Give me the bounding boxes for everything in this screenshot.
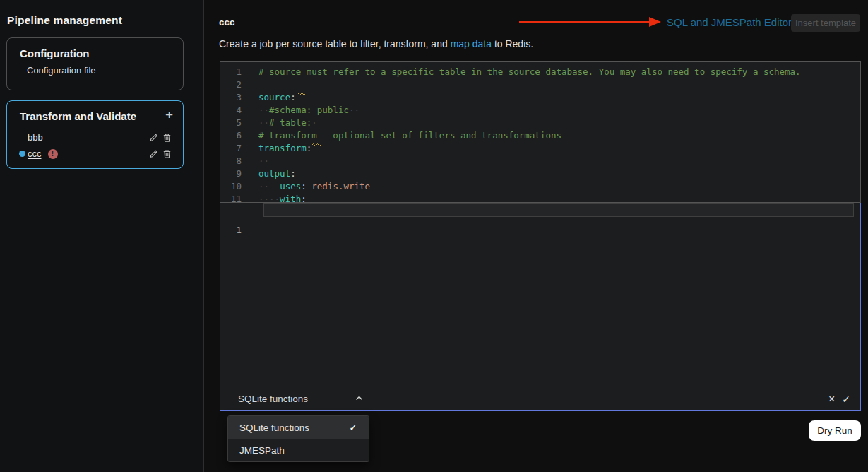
code-token: source (258, 91, 290, 104)
line-number: 11 (220, 193, 242, 203)
jobs-list: bbbccc! (7, 129, 183, 162)
configuration-card: Configuration Configuration file (6, 37, 184, 90)
sql-jmespath-editor-link[interactable]: SQL and JMESPath Editor (667, 16, 792, 28)
yaml-code-lines: 1# source must refer to a specific table… (220, 62, 860, 203)
line-number: 2 (220, 78, 242, 91)
function-bar-actions: × ✓ (828, 394, 850, 405)
function-dropdown-trigger[interactable]: SQLite functions (238, 394, 308, 404)
insert-template-button[interactable]: Insert template (791, 14, 860, 32)
code-token: ·· (258, 155, 269, 167)
job-title: ccc (219, 17, 235, 28)
line-number: 4 (220, 104, 242, 117)
yaml-code-editor[interactable]: 1# source must refer to a specific table… (220, 61, 861, 203)
code-token: : (307, 142, 312, 155)
job-name[interactable]: ccc (28, 148, 42, 159)
line-number: 9 (220, 167, 242, 180)
line-number: 10 (220, 180, 242, 193)
dropdown-item-jmespath[interactable]: JMESPath (228, 439, 369, 461)
dropdown-item-label: SQLite functions (239, 423, 309, 433)
code-line: 3source: (220, 91, 860, 104)
job-name[interactable]: bbb (28, 132, 43, 143)
warning-squiggle-icon (297, 91, 305, 95)
arrow-shaft (519, 21, 649, 23)
code-token: ·· (258, 104, 269, 117)
sql-jmespath-editor[interactable]: 1 SQLite functions × ✓ (220, 203, 861, 411)
warning-squiggle-icon (312, 142, 321, 146)
code-line: 8·· (220, 155, 860, 167)
close-icon[interactable]: × (828, 394, 835, 405)
function-selector-bar: SQLite functions × ✓ (220, 388, 860, 410)
line-number: 7 (220, 142, 242, 155)
line-number: 5 (220, 117, 242, 129)
map-data-link[interactable]: map data (451, 38, 492, 49)
transform-card-title: Transform and Validate (20, 110, 136, 122)
dropdown-item-sqlite-functions[interactable]: SQLite functions✓ (228, 416, 369, 439)
error-badge-icon: ! (48, 149, 58, 159)
add-job-button[interactable]: + (165, 108, 173, 122)
code-line: 6# transform – optional set of filters a… (220, 129, 860, 142)
pencil-icon[interactable] (149, 149, 158, 159)
dry-run-button[interactable]: Dry Run (809, 420, 861, 441)
code-token: ·· (258, 117, 269, 129)
line-number: 3 (220, 91, 242, 104)
code-token: redis.write (311, 180, 370, 193)
description-suffix: to Redis. (492, 38, 533, 49)
line-number: 1 (220, 66, 242, 78)
selected-dot-icon (19, 151, 25, 157)
code-token: #schema: public (269, 104, 349, 117)
trash-icon[interactable] (162, 149, 172, 159)
code-token: # source must refer to a specific table … (258, 66, 801, 78)
job-row-bbb[interactable]: bbb (7, 129, 183, 146)
code-line: 10··- uses: redis.write (220, 180, 860, 193)
code-token: : (301, 193, 307, 203)
line-number: 6 (220, 129, 242, 142)
job-row-ccc[interactable]: ccc! (7, 146, 183, 162)
code-line: 2 (220, 78, 860, 91)
code-token: uses (280, 180, 301, 193)
sql-line-number: 1 (220, 223, 242, 237)
line-number: 8 (220, 155, 242, 167)
code-token: - (269, 180, 280, 193)
code-token: output (258, 167, 290, 180)
check-icon: ✓ (349, 422, 357, 433)
code-line: 9output: (220, 167, 860, 180)
sidebar: Pipeline management Configuration Config… (0, 0, 204, 472)
sidebar-item-configuration-file[interactable]: Configuration file (27, 65, 96, 76)
code-token: : (290, 167, 296, 180)
function-dropdown-menu: SQLite functions✓JMESPath (227, 415, 369, 462)
code-token: : (290, 91, 296, 104)
code-line: 1# source must refer to a specific table… (220, 66, 860, 78)
job-description: Create a job per source table to filter,… (219, 38, 533, 49)
code-token: # table: (269, 117, 311, 129)
code-line: 4··#schema: public·· (220, 104, 860, 117)
transform-validate-card: Transform and Validate + bbbccc! (6, 100, 184, 169)
arrow-head (649, 17, 661, 27)
code-token: with (280, 193, 301, 203)
dropdown-item-label: JMESPath (239, 445, 285, 456)
sql-editor-line: 1 (220, 223, 860, 237)
job-actions (149, 133, 172, 143)
annotation-arrow-icon (519, 17, 661, 28)
code-token: transform (258, 142, 307, 155)
job-actions (149, 149, 172, 159)
configuration-card-title: Configuration (20, 47, 89, 59)
code-token: ·· (349, 104, 359, 117)
pencil-icon[interactable] (149, 133, 158, 143)
page-title: Pipeline management (7, 14, 122, 27)
code-line: 7transform: (220, 142, 860, 155)
description-text: Create a job per source table to filter,… (219, 38, 451, 49)
code-token: ···· (258, 193, 280, 203)
sql-expression-input[interactable] (263, 203, 854, 217)
confirm-icon[interactable]: ✓ (842, 394, 850, 405)
code-token: : (301, 180, 311, 193)
code-token: · (311, 117, 317, 129)
code-line: 11····with: (220, 193, 860, 203)
trash-icon[interactable] (162, 133, 172, 143)
chevron-up-icon[interactable] (355, 394, 364, 403)
code-token: # transform – optional set of filters an… (258, 129, 561, 142)
code-token: ·· (258, 180, 269, 193)
code-line: 5··# table:· (220, 117, 860, 129)
